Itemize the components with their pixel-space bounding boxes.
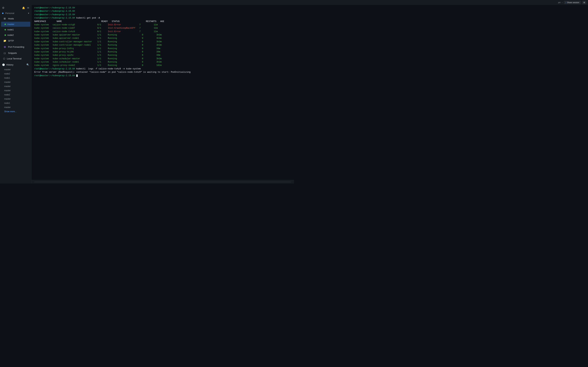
local-terminal-label: Local Terminal xyxy=(7,57,22,60)
history-title-button[interactable]: 🕐 History xyxy=(2,63,13,66)
host-label-node2: node2 xyxy=(7,34,14,36)
sidebar-item-local-terminal[interactable]: ⬡ Local Terminal xyxy=(1,56,30,61)
sidebar-item-sftp[interactable]: 📁 SFTP xyxy=(1,38,30,43)
history-label: History xyxy=(6,63,13,66)
show-more-button[interactable]: Show more... xyxy=(2,109,29,114)
host-label-master: master xyxy=(7,23,14,25)
terminal-line-2: root@master:~/kubespray-2.15.0# xyxy=(34,13,75,16)
terminal-cmd-2: root@master:~/kubespray-2.15.0# kubectl … xyxy=(34,68,141,70)
sidebar-icons: 🔔 ✉ xyxy=(22,7,29,9)
host-item-node2[interactable]: node2 xyxy=(1,33,30,38)
notifications-icon[interactable]: 🔔 xyxy=(22,7,25,9)
terminal-pod-2: kube-system calico-node-tvhz9 0/1 Init:E… xyxy=(34,30,158,33)
sidebar-item-snippets[interactable]: { } Snippets xyxy=(1,50,30,56)
personal-dot xyxy=(2,13,3,14)
host-item-node1[interactable]: node1 xyxy=(1,27,30,32)
history-item-2[interactable]: node1 xyxy=(2,76,29,80)
hosts-icon: ⊞ xyxy=(3,17,6,20)
terminal-pod-9: kube-system kube-proxy-xpz5c 1/1 Running… xyxy=(34,54,160,57)
terminal-pod-4: kube-system kube-apiserver-node1 1/1 Run… xyxy=(34,37,162,40)
settings-icon[interactable]: ⚙ xyxy=(2,6,4,9)
terminal-line-0: root@master:~/kubespray-2.15.0# xyxy=(34,7,75,9)
personal-section[interactable]: Personal ▾ xyxy=(0,11,31,16)
terminal-cursor-line: root@master:~/kubespray-2.15.0# xyxy=(34,75,78,77)
terminal-pod-0: kube-system calico-node-cctg5 0/1 Init:E… xyxy=(34,24,158,26)
terminal-pod-7: kube-system kube-proxy-2x5tq 1/1 Running… xyxy=(34,47,160,50)
mail-icon[interactable]: ✉ xyxy=(27,7,29,9)
hosts-label: Hosts xyxy=(8,17,28,20)
personal-label: Personal xyxy=(5,12,14,15)
terminal-pod-12: kube-system nginx-proxy-node2 1/1 Runnin… xyxy=(34,64,162,67)
terminal-pod-5: kube-system kube-controller-manager-mast… xyxy=(34,41,162,43)
sftp-icon: 📁 xyxy=(3,39,6,42)
terminal-content[interactable]: root@master:~/kubespray-2.15.0# root@mas… xyxy=(32,5,294,180)
personal-arrow: ▾ xyxy=(28,12,29,15)
port-forwarding-label: Port Forwarding xyxy=(8,46,28,48)
terminal-line-1: root@master:~/kubespray-2.15.0# xyxy=(34,10,75,12)
history-item-0[interactable]: master xyxy=(2,67,29,72)
host-label-node1: node1 xyxy=(7,28,14,31)
history-item-1[interactable]: node2 xyxy=(2,72,29,76)
history-item-8[interactable]: node1 xyxy=(2,101,29,105)
terminal-area[interactable]: root@master:~/kubespray-2.15.0# root@mas… xyxy=(32,0,294,184)
terminal-pod-1: kube-system calico-node-cldd7 0/1 Init:C… xyxy=(34,27,158,29)
history-header: 🕐 History 🔍 xyxy=(2,63,29,67)
history-item-3[interactable]: master xyxy=(2,80,29,84)
host-dot-node1 xyxy=(5,29,6,30)
history-item-4[interactable]: master xyxy=(2,84,29,88)
sidebar-top: ⚙ 🔔 ✉ xyxy=(0,5,31,11)
port-forwarding-icon: ⊕ xyxy=(3,45,6,49)
history-section: 🕐 History 🔍 master node2 node1 master ma… xyxy=(0,61,31,114)
terminal-cursor xyxy=(76,75,78,77)
history-item-6[interactable]: node2 xyxy=(2,93,29,97)
history-item-9[interactable]: master xyxy=(2,105,29,109)
topbar: juli › ⤴ Share session ⊞ xyxy=(0,0,294,5)
scrollbar-track[interactable] xyxy=(34,182,291,182)
history-icon: 🕐 xyxy=(2,63,5,66)
terminal-header: NAMESPACE NAME READY STATUS RESTARTS AGE xyxy=(34,20,164,23)
history-item-5[interactable]: master xyxy=(2,88,29,93)
snippets-icon: { } xyxy=(3,52,6,54)
host-dot-master xyxy=(5,24,6,25)
sidebar: ⚙ 🔔 ✉ Personal ▾ ⊞ Hosts master node1 no… xyxy=(0,0,32,184)
sftp-label: SFTP xyxy=(8,40,28,42)
history-items: master node2 node1 master master master … xyxy=(2,67,29,114)
terminal-pod-6: kube-system kube-controller-manager-node… xyxy=(34,44,162,46)
terminal-pod-11: kube-system kube-scheduler-node1 1/1 Run… xyxy=(34,61,162,63)
sidebar-item-port-forwarding[interactable]: ⊕ Port Forwarding xyxy=(1,44,30,50)
terminal-pod-3: kube-system kube-apiserver-master 1/1 Ru… xyxy=(34,34,162,36)
host-item-master[interactable]: master xyxy=(1,22,30,27)
host-dot-node2 xyxy=(5,34,6,36)
terminal-pod-8: kube-system kube-proxy-hcj96 1/1 Running… xyxy=(34,51,160,53)
history-search-icon[interactable]: 🔍 xyxy=(26,63,29,66)
terminal-bottom-bar xyxy=(32,180,294,184)
terminal-pod-10: kube-system kube-scheduler-master 1/1 Ru… xyxy=(34,58,162,60)
local-terminal-icon: ⬡ xyxy=(3,57,5,60)
snippets-label: Snippets xyxy=(8,52,28,54)
terminal-line-3: root@master:~/kubespray-2.15.0# kubectl … xyxy=(34,17,100,19)
history-item-7[interactable]: master xyxy=(2,97,29,101)
sidebar-item-hosts[interactable]: ⊞ Hosts xyxy=(1,16,30,21)
terminal-error-msg: Error from server (BadRequest): containe… xyxy=(34,71,190,73)
